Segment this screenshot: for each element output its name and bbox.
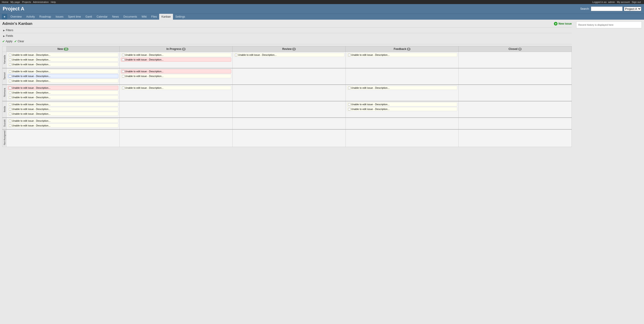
top-navigation: Home My page Projects Administration Hel…	[0, 0, 644, 4]
issue-card-checkbox[interactable]	[9, 103, 11, 106]
col-header-feedback: Feedback4	[346, 46, 458, 52]
issue-card-checkbox[interactable]	[9, 75, 11, 78]
issue-card-checkbox[interactable]	[348, 108, 350, 110]
tab-roadmap[interactable]: Roadmap	[37, 14, 53, 20]
sidebar: Recent history is displayed here	[574, 20, 644, 155]
issue-card-checkbox[interactable]	[9, 70, 11, 73]
issue-card-checkbox[interactable]	[9, 120, 11, 122]
apply-link[interactable]: ✔ Apply	[2, 40, 12, 43]
issue-card[interactable]: Unable to edit issue - Description...	[8, 53, 118, 57]
tab-activity[interactable]: Activity	[24, 14, 37, 20]
issue-card-checkbox[interactable]	[348, 54, 350, 56]
nav-mypage[interactable]: My page	[10, 1, 20, 4]
tab-calendar[interactable]: Calendar	[94, 14, 110, 20]
new-issue-button[interactable]: + New issue	[554, 22, 572, 26]
nav-home[interactable]: Home	[2, 1, 8, 4]
issue-card[interactable]: Unable to edit issue - Description...	[234, 53, 344, 57]
tab-documents[interactable]: Documents	[121, 14, 139, 20]
project-title: Project A	[3, 6, 24, 12]
cell-tamori-in_progress: Unable to edit issue - Description...Una…	[120, 68, 232, 85]
top-nav-right: Logged in as admin My account Sign out	[592, 1, 642, 4]
fields-label: Fields	[6, 34, 13, 38]
issue-card[interactable]: Unable to edit issue - Description...	[8, 74, 118, 78]
issue-card[interactable]: Unable to edit issue - Description...	[8, 124, 118, 128]
my-account-link[interactable]: My account	[617, 1, 630, 4]
issue-card[interactable]: Unable to edit issue - Description...	[121, 58, 232, 62]
tab-wiki[interactable]: Wiki	[139, 14, 149, 20]
issue-card-checkbox[interactable]	[9, 80, 11, 82]
issue-card[interactable]: Unable to edit issue - Description...	[8, 79, 118, 83]
issue-card[interactable]: Unable to edit issue - Description...	[8, 90, 118, 94]
issue-card-checkbox[interactable]	[122, 75, 124, 78]
fields-header[interactable]: ▶ Fields	[2, 34, 572, 38]
issue-card-checkbox[interactable]	[9, 58, 11, 61]
issue-card-checkbox[interactable]	[122, 70, 124, 73]
tab-news[interactable]: News	[110, 14, 121, 20]
issue-card-text: Unable to edit issue - Description...	[351, 86, 390, 89]
project-select[interactable]: Project A	[624, 7, 641, 11]
tab-gantt[interactable]: Gantt	[83, 14, 94, 20]
issue-card[interactable]: Unable to edit issue - Description...	[121, 69, 232, 74]
tab-issues[interactable]: Issues	[53, 14, 66, 20]
tab-overview[interactable]: Overview	[8, 14, 24, 20]
tab-files[interactable]: Files	[149, 14, 159, 20]
row-label-tamori: Tamori	[2, 68, 6, 85]
issue-card[interactable]: Unable to edit issue - Description...	[8, 58, 118, 62]
page-title-row: Admin's Kanban + New issue	[2, 22, 572, 26]
issue-card-checkbox[interactable]	[9, 113, 11, 115]
issue-card-text: Unable to edit issue - Description...	[125, 54, 164, 56]
col-header-closed: Closed0	[458, 46, 572, 52]
issue-card[interactable]: Unable to edit issue - Description...	[8, 107, 118, 111]
issue-card-checkbox[interactable]	[122, 87, 124, 89]
sign-out-link[interactable]: Sign out	[632, 1, 641, 4]
issue-card-checkbox[interactable]	[348, 103, 350, 106]
issue-card-checkbox[interactable]	[348, 87, 350, 89]
filters-header[interactable]: ▶ Filters	[2, 28, 572, 32]
issue-card-checkbox[interactable]	[9, 87, 11, 89]
cell-ikeda-in_progress	[120, 101, 232, 118]
issue-card[interactable]: Unable to edit issue - Description...	[347, 86, 458, 90]
issue-card-text: Unable to edit issue - Description...	[238, 54, 276, 56]
issue-card[interactable]: Unable to edit issue - Description...	[347, 102, 458, 106]
tab-kanban[interactable]: Kanban	[159, 14, 173, 20]
cell-suzuki-in_progress	[120, 118, 232, 129]
issue-card[interactable]: Unable to edit issue - Description...	[8, 112, 118, 116]
issue-card[interactable]: Unable to edit issue - Description...	[347, 107, 458, 111]
issue-card[interactable]: Unable to edit issue - Description...	[8, 69, 118, 74]
issue-card-text: Unable to edit issue - Description...	[12, 63, 50, 66]
filter-actions: ✔ Apply ✔ Clear	[2, 38, 572, 44]
issue-card-checkbox[interactable]	[9, 54, 11, 56]
issue-card[interactable]: Unable to edit issue - Description...	[8, 62, 118, 66]
nav-administration[interactable]: Administration	[33, 1, 49, 4]
col-header-review: Review1	[232, 46, 346, 52]
kanban-board: New15 In Progress4 Review1 Feedback4 Clo	[2, 46, 572, 147]
issue-card-checkbox[interactable]	[9, 96, 11, 99]
issue-card[interactable]: Unable to edit issue - Description...	[8, 102, 118, 106]
issue-card-checkbox[interactable]	[9, 92, 11, 94]
issue-card-checkbox[interactable]	[122, 58, 124, 61]
nav-projects[interactable]: Projects	[22, 1, 31, 4]
issue-card-text: Unable to edit issue - Description...	[12, 75, 50, 78]
issue-card[interactable]: Unable to edit issue - Description...	[121, 74, 232, 78]
search-input[interactable]	[591, 6, 622, 11]
issue-card[interactable]: Unable to edit issue - Description...	[347, 53, 458, 57]
tab-settings[interactable]: Settings	[173, 14, 187, 20]
issue-card-text: Unable to edit issue - Description...	[125, 58, 164, 61]
cell-not assigned-review	[232, 129, 346, 147]
issue-card-checkbox[interactable]	[9, 63, 11, 66]
nav-plus-button[interactable]: +	[2, 14, 7, 20]
nav-help[interactable]: Help	[51, 1, 56, 4]
issue-card[interactable]: Unable to edit issue - Description...	[121, 86, 232, 90]
tab-spent-time[interactable]: Spent time	[66, 14, 83, 20]
issue-card[interactable]: Unable to edit issue - Description...	[121, 53, 232, 57]
issue-card[interactable]: Unable to edit issue - Description...	[8, 95, 118, 99]
issue-card[interactable]: Unable to edit issue - Description...	[8, 119, 118, 123]
username-link[interactable]: admin	[608, 1, 615, 4]
issue-card-checkbox[interactable]	[122, 54, 124, 56]
cell-tamori-feedback	[346, 68, 458, 85]
issue-card-checkbox[interactable]	[9, 124, 11, 127]
issue-card-checkbox[interactable]	[9, 108, 11, 110]
issue-card-checkbox[interactable]	[235, 54, 237, 56]
issue-card[interactable]: Unable to edit issue - Description...	[8, 86, 118, 90]
clear-link[interactable]: ✔ Clear	[14, 40, 24, 43]
